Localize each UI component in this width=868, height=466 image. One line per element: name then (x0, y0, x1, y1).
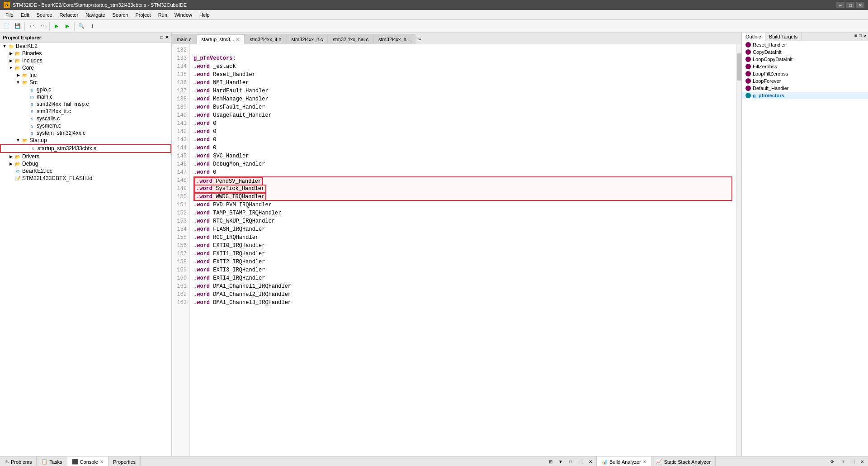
outline-minimize-icon[interactable]: □ (859, 33, 862, 40)
tree-item-gpio[interactable]: ▶ g gpio.c (0, 86, 171, 93)
code-line-136[interactable]: .word NMI_Handler (193, 79, 732, 87)
menu-help[interactable]: Help (196, 10, 213, 19)
maximize-button[interactable]: □ (846, 2, 854, 8)
menu-source[interactable]: Source (33, 10, 56, 19)
tree-item-it-c[interactable]: ▶ s stm32l4xx_it.c (0, 108, 171, 115)
tree-item-syscalls[interactable]: ▶ s syscalls.c (0, 115, 171, 122)
tab-build-analyzer[interactable]: 📊 Build Analyzer ✕ (597, 456, 651, 466)
code-line-156[interactable]: .word EXTI0_IRQHandler (193, 242, 732, 250)
info-button[interactable]: ℹ (87, 21, 97, 31)
debug-button[interactable]: ▶ (52, 21, 61, 31)
tree-item-drivers[interactable]: ▶ 📂 Drivers (0, 153, 171, 160)
build-close-btn[interactable]: ✕ (858, 458, 866, 466)
panel-close-icon[interactable]: ✕ (165, 35, 169, 40)
expand-icon[interactable]: ▶ (8, 51, 14, 56)
tree-item-src[interactable]: ▼ 📂 Src (0, 79, 171, 86)
code-line-152[interactable]: .word TAMP_STAMP_IRQHandler (193, 209, 732, 217)
build-maximize-btn[interactable]: ⬜ (848, 458, 856, 466)
tree-item-startup-s[interactable]: ▶ s startup_stm32l433cbtx.s (0, 144, 171, 153)
tree-item-inc[interactable]: ▶ 📂 Inc (0, 71, 171, 79)
outline-toolbar-icon[interactable]: ≡ (854, 33, 857, 40)
code-line-134[interactable]: .word _estack (193, 62, 732, 71)
tree-item-main-c[interactable]: ▶ m main.c (0, 93, 171, 100)
tree-item-hal-msp[interactable]: ▶ s stm32l4xx_hal_msp.c (0, 100, 171, 108)
expand-icon[interactable]: ▶ (8, 161, 14, 166)
panel-minimize-icon[interactable]: □ (160, 35, 163, 40)
bottom-maximize-btn[interactable]: ⬜ (576, 458, 585, 466)
tab-close-build-analyzer[interactable]: ✕ (643, 459, 646, 464)
outline-item-loop-fill[interactable]: LoopFillZerobss (742, 70, 868, 77)
code-line-163[interactable]: .word DMA1_Channel3_IRQHandler (193, 299, 732, 307)
code-area[interactable]: g_pfnVectors: .word _estack .word Reset_… (190, 44, 736, 456)
code-line-140[interactable]: .word UsageFault_Handler (193, 111, 732, 119)
run-button[interactable]: ▶ (62, 21, 72, 31)
tab-close-startup[interactable]: ✕ (236, 37, 240, 42)
save-button[interactable]: 💾 (13, 21, 23, 31)
tab-it-c[interactable]: stm32l4xx_it.c (286, 34, 328, 44)
tab-tasks[interactable]: 📋 Tasks (37, 456, 67, 466)
tree-item-startup[interactable]: ▼ 📂 Startup (0, 137, 171, 144)
tree-item-ld[interactable]: ▶ 📝 STM32L433CBTX_FLASH.ld (0, 175, 171, 182)
tab-properties[interactable]: Properties (108, 456, 141, 466)
code-line-148[interactable]: .word PendSV_Handler (193, 176, 732, 185)
build-minimize-btn[interactable]: □ (838, 458, 846, 466)
tab-build-targets[interactable]: Build Targets (765, 33, 802, 41)
code-line-138[interactable]: .word MemManage_Handler (193, 95, 732, 103)
tree-item-sysmem[interactable]: ▶ s sysmem.c (0, 122, 171, 129)
menu-navigate[interactable]: Navigate (82, 10, 108, 19)
minimize-button[interactable]: – (836, 2, 844, 8)
menu-refactor[interactable]: Refactor (56, 10, 82, 19)
expand-icon[interactable]: ▼ (2, 43, 7, 49)
code-line-157[interactable]: .word EXTI1_IRQHandler (193, 250, 732, 258)
expand-icon[interactable]: ▼ (15, 138, 21, 143)
outline-close-icon[interactable]: ✕ (863, 33, 866, 40)
code-line-145[interactable]: .word SVC_Handler (193, 152, 732, 160)
tab-overflow[interactable]: » (415, 35, 424, 44)
code-line-162[interactable]: .word DMA1_Channel2_IRQHandler (193, 290, 732, 299)
tab-static-stack[interactable]: 📈 Static Stack Analyzer (651, 456, 716, 466)
code-line-144[interactable]: .word 0 (193, 144, 732, 152)
code-line-159[interactable]: .word EXTI3_IRQHandler (193, 266, 732, 274)
tree-item-ioc[interactable]: ▶ ⚙ BearKE2.ioc (0, 167, 171, 175)
code-line-155[interactable]: .word RCC_IRQHandler (193, 233, 732, 242)
editor-content[interactable]: 1321331341351361371381391401411421431441… (172, 44, 741, 456)
bottom-toolbar-btn2[interactable]: ▼ (557, 458, 565, 466)
code-line-132[interactable] (193, 46, 732, 54)
code-line-158[interactable]: .word EXTI2_IRQHandler (193, 258, 732, 266)
code-line-161[interactable]: .word DMA1_Channel1_IRQHandler (193, 282, 732, 290)
code-line-141[interactable]: .word 0 (193, 119, 732, 128)
menu-project[interactable]: Project (132, 10, 154, 19)
code-line-153[interactable]: .word RTC_WKUP_IRQHandler (193, 217, 732, 225)
code-line-151[interactable]: .word PVD_PVM_IRQHandler (193, 201, 732, 209)
code-line-149[interactable]: .word SysTick_Handler (193, 185, 732, 193)
expand-icon[interactable]: ▶ (8, 154, 14, 159)
tab-console[interactable]: ⬛ Console ✕ (67, 456, 108, 466)
code-line-135[interactable]: .word Reset_Handler (193, 71, 732, 79)
expand-icon[interactable]: ▶ (8, 58, 14, 63)
code-line-147[interactable]: .word 0 (193, 168, 732, 176)
code-line-133[interactable]: g_pfnVectors: (193, 54, 732, 62)
outline-item-fill-zero[interactable]: FillZerobss (742, 63, 868, 70)
scroll-thumb[interactable] (737, 53, 741, 81)
bottom-minimize-btn[interactable]: □ (566, 458, 575, 466)
menu-window[interactable]: Window (171, 10, 196, 19)
tree-item-core[interactable]: ▼ 📂 Core (0, 64, 171, 71)
outline-item-g-pfn-vectors[interactable]: g_pfnVectors (742, 92, 868, 99)
tree-item-system[interactable]: ▶ s system_stm32l4xx.c (0, 129, 171, 137)
tree-item-includes[interactable]: ▶ 📂 Includes (0, 57, 171, 64)
outline-item-reset-handler[interactable]: Reset_Handler (742, 41, 868, 48)
new-button[interactable]: 📄 (2, 21, 12, 31)
tab-hal-c[interactable]: stm32l4xx_hal.c (328, 34, 373, 44)
menu-search[interactable]: Search (109, 10, 132, 19)
outline-item-copy-data-init[interactable]: CopyDataInit (742, 48, 868, 56)
code-line-142[interactable]: .word 0 (193, 128, 732, 136)
menu-run[interactable]: Run (155, 10, 171, 19)
code-line-139[interactable]: .word BusFault_Handler (193, 103, 732, 111)
tree-item-debug[interactable]: ▶ 📂 Debug (0, 160, 171, 167)
outline-item-loop-copy[interactable]: LoopCopyDataInit (742, 56, 868, 63)
tab-main-c[interactable]: main.c (172, 34, 196, 44)
search-button[interactable]: 🔍 (76, 21, 86, 31)
close-button[interactable]: ✕ (856, 2, 864, 8)
redo-button[interactable]: ↪ (38, 21, 47, 31)
tab-close-console[interactable]: ✕ (100, 459, 104, 464)
